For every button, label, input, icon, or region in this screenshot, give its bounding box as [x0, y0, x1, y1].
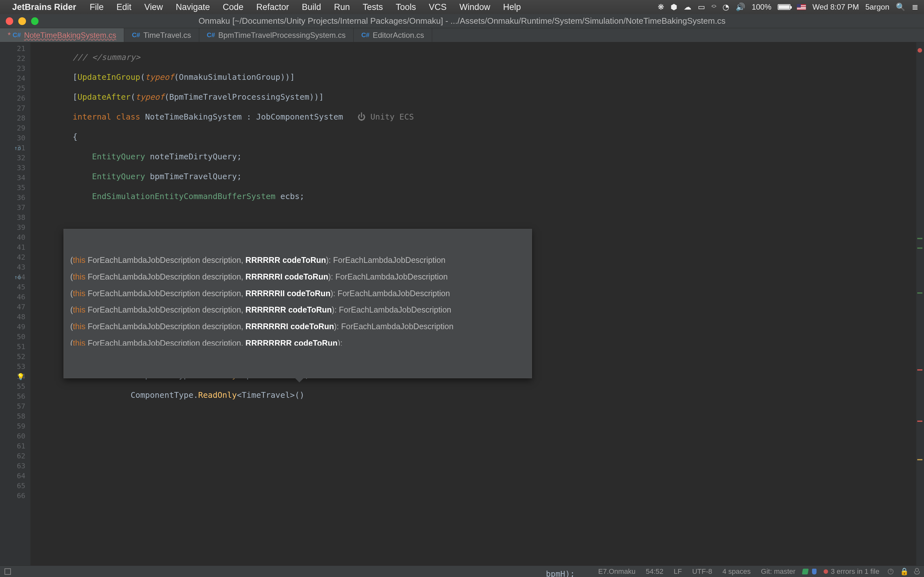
- gutter-line[interactable]: 35: [0, 183, 31, 193]
- gutter-line[interactable]: 34: [0, 173, 31, 183]
- dropbox-icon[interactable]: ⬢: [670, 3, 677, 11]
- stripe-mark[interactable]: [917, 369, 922, 371]
- menu-tests[interactable]: Tests: [356, 2, 389, 12]
- toggl-icon[interactable]: ◔: [722, 3, 729, 11]
- stripe-mark[interactable]: [917, 421, 922, 422]
- display-icon[interactable]: ▭: [698, 3, 705, 11]
- fan-icon[interactable]: ❋: [658, 3, 664, 11]
- gutter-line[interactable]: 43: [0, 262, 31, 272]
- gutter-line[interactable]: 49: [0, 322, 31, 332]
- tab-bpmtimetravelprocessingsystem[interactable]: C# BpmTimeTravelProcessingSystem.cs: [199, 28, 354, 42]
- tab-editoraction[interactable]: C# EditorAction.cs: [354, 28, 432, 42]
- gutter-line[interactable]: 50: [0, 332, 31, 342]
- gutter-line[interactable]: 62: [0, 451, 31, 461]
- gutter-line[interactable]: 47: [0, 302, 31, 312]
- stripe-mark[interactable]: [917, 292, 922, 293]
- gutter-line[interactable]: 40: [0, 232, 31, 242]
- clock[interactable]: Wed 8:07 PM: [813, 3, 859, 11]
- input-source-flag-icon[interactable]: [797, 4, 806, 10]
- app-name[interactable]: JetBrains Rider: [10, 2, 83, 12]
- menu-run[interactable]: Run: [328, 2, 357, 12]
- gutter-line[interactable]: 46: [0, 292, 31, 302]
- gutter-line[interactable]: 21: [0, 44, 31, 53]
- spotlight-icon[interactable]: 🔍: [896, 3, 905, 11]
- gutter-line[interactable]: 28: [0, 113, 31, 123]
- gutter[interactable]: 2122232425262728293031↑o3233343536373839…: [0, 42, 31, 566]
- gutter-line[interactable]: 58: [0, 411, 31, 421]
- gutter-line[interactable]: 30: [0, 133, 31, 143]
- menu-view[interactable]: View: [138, 2, 170, 12]
- gutter-line[interactable]: 22: [0, 53, 31, 63]
- parameter-info-item[interactable]: (this ForEachLambdaJobDescription descri…: [70, 253, 525, 270]
- wifi-icon[interactable]: ⌔: [712, 3, 716, 11]
- status-tool-icon-1[interactable]: [802, 569, 809, 574]
- gutter-line[interactable]: 23: [0, 63, 31, 73]
- gutter-line[interactable]: 24: [0, 73, 31, 83]
- menu-build[interactable]: Build: [296, 2, 328, 12]
- gutter-line[interactable]: 53: [0, 362, 31, 372]
- control-center-icon[interactable]: ≣: [912, 3, 918, 11]
- cloud-icon[interactable]: ☁: [684, 3, 691, 11]
- gutter-line[interactable]: 64: [0, 471, 31, 481]
- menu-window[interactable]: Window: [453, 2, 497, 12]
- parameter-info-item[interactable]: (this ForEachLambdaJobDescription descri…: [70, 320, 525, 337]
- menu-refactor[interactable]: Refactor: [250, 2, 296, 12]
- gutter-line[interactable]: 38: [0, 213, 31, 222]
- analysis-status-icon[interactable]: [918, 48, 922, 53]
- gutter-line[interactable]: 33: [0, 163, 31, 173]
- close-button[interactable]: [6, 17, 13, 25]
- gutter-line[interactable]: 51: [0, 342, 31, 351]
- code-editor[interactable]: /// </summary> [UpdateInGroup(typeof(Onm…: [31, 42, 916, 566]
- gutter-line[interactable]: 39: [0, 222, 31, 232]
- menu-file[interactable]: File: [83, 2, 110, 12]
- parameter-info-popup[interactable]: (this ForEachLambdaJobDescription descri…: [63, 229, 532, 378]
- parameter-info-item[interactable]: (this ForEachLambdaJobDescription descri…: [70, 303, 525, 320]
- gutter-line[interactable]: 45: [0, 282, 31, 292]
- zoom-button[interactable]: [31, 17, 39, 25]
- stripe-mark[interactable]: [917, 247, 922, 249]
- gutter-line[interactable]: 37: [0, 203, 31, 213]
- gutter-line[interactable]: 29: [0, 123, 31, 133]
- menu-navigate[interactable]: Navigate: [170, 2, 216, 12]
- gutter-line[interactable]: 25: [0, 83, 31, 93]
- gutter-line[interactable]: 56: [0, 392, 31, 401]
- battery-icon[interactable]: [778, 4, 790, 10]
- volume-icon[interactable]: 🔊: [736, 3, 745, 11]
- gutter-line[interactable]: 31↑o: [0, 143, 31, 153]
- override-gutter-icon[interactable]: ↑o: [14, 145, 21, 151]
- bulb-icon[interactable]: 💡: [17, 373, 25, 380]
- gutter-line[interactable]: 59: [0, 421, 31, 431]
- gutter-line[interactable]: 26: [0, 93, 31, 103]
- gutter-line[interactable]: 44↑o: [0, 272, 31, 282]
- gutter-line[interactable]: 27: [0, 103, 31, 113]
- menu-edit[interactable]: Edit: [110, 2, 138, 12]
- gutter-line[interactable]: 63: [0, 461, 31, 471]
- status-progress-icon[interactable]: [888, 569, 893, 574]
- parameter-info-item[interactable]: (this ForEachLambdaJobDescription descri…: [70, 337, 525, 346]
- gutter-line[interactable]: 60: [0, 431, 31, 441]
- battery-percent[interactable]: 100%: [752, 3, 771, 11]
- inspection-profile-icon[interactable]: [914, 569, 919, 574]
- tool-window-toggle-icon[interactable]: [5, 568, 11, 575]
- gutter-line[interactable]: 42: [0, 252, 31, 262]
- gutter-line[interactable]: 36: [0, 193, 31, 203]
- tab-timetravel[interactable]: C# TimeTravel.cs: [124, 28, 199, 42]
- stripe-mark[interactable]: [917, 459, 922, 460]
- tab-notetimebakingsystem[interactable]: * C# NoteTimeBakingSystem.cs: [0, 28, 124, 42]
- minimize-button[interactable]: [18, 17, 26, 25]
- gutter-line[interactable]: 54💡: [0, 372, 31, 382]
- gutter-line[interactable]: 57: [0, 401, 31, 411]
- user-name[interactable]: 5argon: [865, 3, 889, 11]
- gutter-line[interactable]: 32: [0, 153, 31, 163]
- parameter-info-item[interactable]: (this ForEachLambdaJobDescription descri…: [70, 287, 525, 303]
- gutter-line[interactable]: 65: [0, 481, 31, 491]
- override-gutter-icon[interactable]: ↑o: [14, 274, 21, 280]
- menu-vcs[interactable]: VCS: [422, 2, 453, 12]
- error-stripe[interactable]: [916, 42, 924, 566]
- gutter-line[interactable]: 41: [0, 242, 31, 252]
- gutter-line[interactable]: 61: [0, 441, 31, 451]
- gutter-line[interactable]: 55: [0, 382, 31, 392]
- parameter-info-item[interactable]: (this ForEachLambdaJobDescription descri…: [70, 270, 525, 287]
- gutter-line[interactable]: 66: [0, 491, 31, 501]
- stripe-mark[interactable]: [917, 238, 922, 239]
